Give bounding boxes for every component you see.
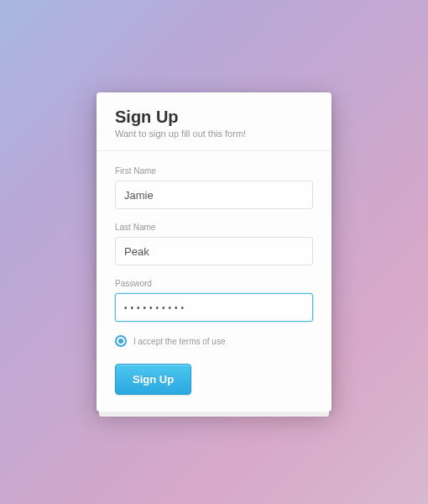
signup-card: Sign Up Want to sign up fill out this fo… (97, 92, 331, 412)
card-body: First Name Last Name Password I accept t… (97, 151, 331, 412)
first-name-label: First Name (115, 166, 313, 176)
page-subtitle: Want to sign up fill out this form! (115, 129, 313, 139)
page-title: Sign Up (115, 108, 313, 127)
first-name-group: First Name (115, 166, 313, 209)
terms-label: I accept the terms of use (133, 337, 226, 346)
card-header: Sign Up Want to sign up fill out this fo… (97, 92, 331, 151)
password-input[interactable] (115, 293, 313, 322)
first-name-input[interactable] (115, 181, 313, 209)
password-group: Password (115, 279, 313, 322)
terms-radio[interactable] (115, 335, 127, 347)
last-name-input[interactable] (115, 237, 313, 265)
terms-row: I accept the terms of use (115, 335, 313, 347)
last-name-label: Last Name (115, 223, 313, 232)
password-label: Password (115, 279, 313, 288)
radio-checked-icon (118, 339, 123, 344)
signup-button[interactable]: Sign Up (115, 364, 191, 395)
last-name-group: Last Name (115, 223, 313, 265)
